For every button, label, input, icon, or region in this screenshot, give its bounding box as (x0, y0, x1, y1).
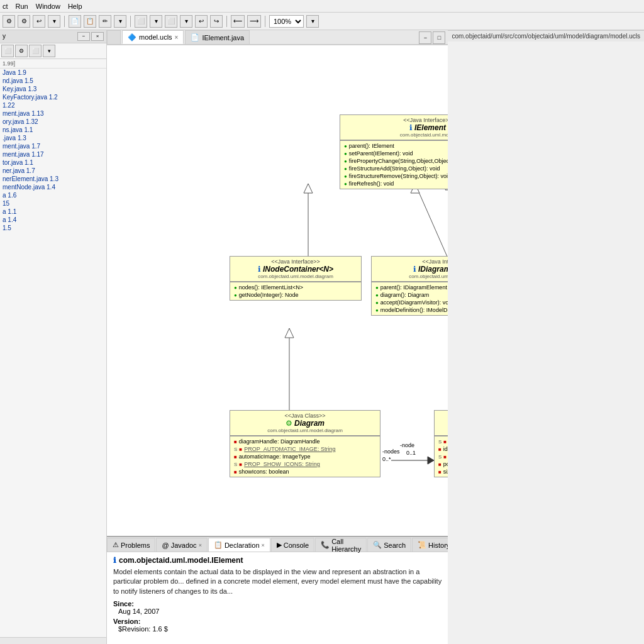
menu-ct[interactable]: ct (3, 3, 8, 10)
bottom-tab-problems[interactable]: ⚠ Problems (107, 538, 155, 552)
bottom-tab-history[interactable]: 📜 History (412, 538, 448, 552)
ielement-stereotype: <<Java Interface>> (344, 117, 448, 123)
tab-model-ucls[interactable]: 🔷 model.ucls × (122, 30, 184, 44)
uml-field-row: S■PROP_SHOW_ICONS: String (233, 460, 377, 468)
toolbar-sep-3 (226, 16, 227, 27)
uml-box-diagram-header: <<Java Class>> ⚙ Diagram com.objectaid.u… (230, 411, 380, 436)
list-item[interactable]: tor.java 1.1 (0, 158, 106, 167)
list-item[interactable]: nerElement.java 1.3 (0, 175, 106, 183)
left-toolbar-btn3[interactable]: ⬜ (29, 45, 42, 57)
uml-box-node[interactable]: <<Java Class>> ⚙ Node com.objectaid.uml.… (434, 410, 448, 477)
list-item[interactable]: Key.java 1.3 (0, 85, 106, 93)
toolbar-btn-5[interactable]: 📋 (84, 15, 96, 28)
tab-minimize[interactable]: − (419, 31, 431, 44)
list-item[interactable]: ory.java 1.32 (0, 118, 106, 126)
uml-method-row: ●setParent(IElement): void (343, 150, 448, 157)
version-value: $Revision: 1.6 $ (118, 625, 441, 633)
bottom-tab-javadoc[interactable]: @ Javadoc × (156, 538, 207, 552)
uml-method-row: ●diagram(): Diagram (374, 291, 448, 299)
left-toolbar-dropdown[interactable]: ▾ (43, 45, 55, 57)
bottom-title-text: com.objectaid.uml.model.IElement (119, 556, 243, 565)
diagram-area[interactable]: <<Java Interface>> ℹ IElement com.object… (107, 45, 448, 644)
tab-maximize[interactable]: □ (433, 31, 445, 44)
tab-close-model[interactable]: × (175, 34, 179, 41)
ielement-name: IElement (414, 123, 446, 132)
left-toolbar-btn1[interactable]: ⬜ (1, 45, 14, 57)
toolbar-dropdown-7[interactable]: ▾ (150, 15, 162, 28)
list-item[interactable]: 1.5 (0, 224, 106, 232)
toolbar-dropdown-3[interactable]: ▾ (48, 15, 60, 28)
left-panel-collapse[interactable]: − (77, 32, 90, 41)
bottom-tab-declaration[interactable]: 📋 Declaration × (208, 538, 270, 552)
toolbar-sep-4 (265, 16, 265, 27)
list-item[interactable]: 1.22 (0, 101, 106, 109)
javadoc-label: Javadoc (171, 541, 197, 549)
toolbar-btn-3[interactable]: ↩ (33, 15, 45, 28)
zoom-dropdown[interactable]: ▾ (306, 15, 319, 28)
toolbar-btn-10[interactable]: ↪ (210, 15, 223, 28)
menu-help[interactable]: Help (68, 3, 82, 10)
toolbar-btn-6[interactable]: ✏ (99, 15, 111, 28)
list-item[interactable]: .java 1.3 (0, 134, 106, 142)
list-item[interactable]: ment.java 1.13 (0, 109, 106, 118)
toolbar-dropdown-8[interactable]: ▾ (180, 15, 192, 28)
bottom-info-icon: ℹ (113, 556, 116, 565)
list-item[interactable]: ns.java 1.1 (0, 126, 106, 134)
list-item[interactable]: KeyFactory.java 1.2 (0, 93, 106, 101)
toolbar-btn-2[interactable]: ⚙ (18, 15, 30, 28)
list-item[interactable]: a 1.6 (0, 191, 106, 199)
left-panel-close[interactable]: × (91, 32, 104, 41)
menu-run[interactable]: Run (16, 3, 28, 10)
bottom-tab-callhierarchy[interactable]: 📞 Call Hierarchy (315, 538, 367, 552)
toolbar-btn-1[interactable]: ⚙ (3, 15, 15, 28)
toolbar-btn-9[interactable]: ↩ (195, 15, 208, 28)
left-panel-version: 1.99] (0, 59, 106, 69)
toolbar-btn-12[interactable]: ⟶ (247, 15, 261, 28)
bottom-tab-console[interactable]: ▶ Console (271, 538, 314, 552)
declaration-icon: 📋 (214, 541, 223, 549)
list-item[interactable]: ner.java 1.7 (0, 167, 106, 175)
list-item[interactable]: Java 1.9 (0, 69, 106, 77)
bottom-tab-search[interactable]: 🔍 Search (367, 538, 411, 552)
uml-method-row: ●nodes(): IElementList<N> (233, 284, 358, 291)
inodecontainer-stereotype: <<Java Interface>> (234, 258, 357, 265)
field-sq: ■ (234, 439, 237, 445)
uml-field-row: ■automaticImage: ImageType (233, 453, 377, 460)
toolbar-btn-7[interactable]: ⬜ (135, 15, 147, 28)
javadoc-close[interactable]: × (199, 542, 202, 548)
toolbar-btn-8[interactable]: ⬜ (165, 15, 177, 28)
uml-box-diagram[interactable]: <<Java Class>> ⚙ Diagram com.objectaid.u… (230, 410, 380, 477)
menu-window[interactable]: Window (36, 3, 60, 10)
tab-ielement-java[interactable]: 📄 IElement.java (185, 30, 250, 44)
tab-icon-ielement: 📄 (191, 33, 199, 42)
console-icon: ▶ (277, 541, 282, 549)
tab-controls: − □ (419, 31, 448, 44)
history-label: History (428, 541, 448, 549)
left-toolbar-btn2[interactable]: ⚙ (15, 45, 28, 57)
toolbar-btn-11[interactable]: ⟵ (231, 15, 245, 28)
bottom-tab-bar: ⚠ Problems @ Javadoc × 📋 Declaration × ▶… (107, 537, 448, 552)
method-dot: ● (375, 285, 379, 291)
list-item[interactable]: a 1.1 (0, 208, 106, 216)
left-panel-header: y − × (0, 30, 106, 43)
uml-box-ielement[interactable]: <<Java Interface>> ℹ IElement com.object… (340, 114, 448, 189)
history-icon: 📜 (418, 541, 426, 549)
uml-box-idiagramelement[interactable]: <<Java Interface>> ℹ IDiagramElement com… (371, 256, 448, 316)
since-value: Aug 14, 2007 (118, 608, 441, 615)
toolbar-dropdown-6[interactable]: ▾ (114, 15, 126, 28)
callhierarchy-label: Call Hierarchy (331, 538, 361, 553)
list-item[interactable]: 15 (0, 199, 106, 208)
uml-box-inodecontainer[interactable]: <<Java Interface>> ℹ INodeContainer<N> c… (230, 256, 362, 301)
list-item[interactable]: nd.java 1.5 (0, 77, 106, 85)
list-item[interactable]: a 1.4 (0, 216, 106, 224)
tab-label-model: model.ucls (139, 33, 172, 41)
list-item[interactable]: ment.java 1.17 (0, 150, 106, 158)
list-item[interactable]: ment.java 1.7 (0, 142, 106, 150)
declaration-close[interactable]: × (262, 542, 265, 548)
left-panel-hscrollbar[interactable] (0, 637, 106, 644)
list-item[interactable]: mentNode.java 1.4 (0, 183, 106, 191)
uml-box-ielement-header: <<Java Interface>> ℹ IElement com.object… (340, 115, 448, 140)
zoom-select[interactable]: 50% 75% 100% 125% 150% 200% (269, 15, 304, 28)
toolbar-btn-4[interactable]: 📄 (69, 15, 81, 28)
problems-icon: ⚠ (113, 541, 119, 549)
